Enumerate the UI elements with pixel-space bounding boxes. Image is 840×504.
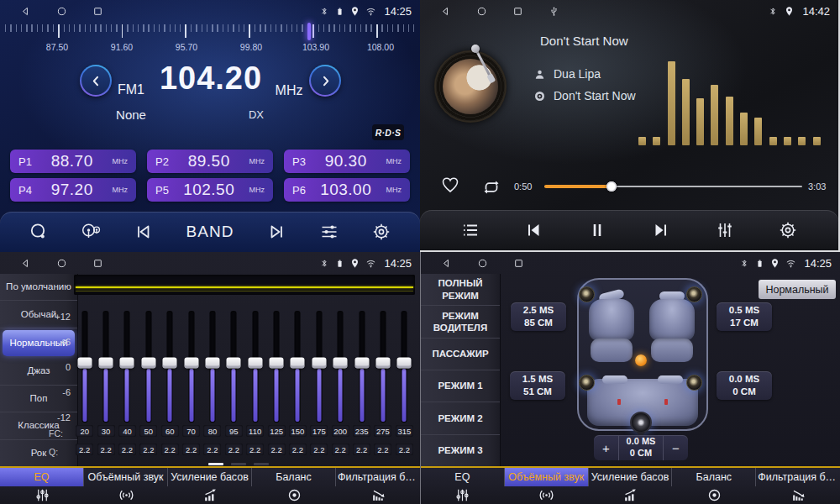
eq-band-slider[interactable] <box>74 304 95 426</box>
back-icon[interactable] <box>20 258 31 269</box>
slider-thumb[interactable] <box>141 357 155 368</box>
playlist-button[interactable] <box>457 217 484 244</box>
slider-thumb[interactable] <box>205 357 219 368</box>
eq-band-slider[interactable] <box>308 304 329 426</box>
seek-bar[interactable] <box>544 183 802 190</box>
tab-filtering[interactable]: Фильтрация ба... <box>336 468 420 504</box>
slider-thumb[interactable] <box>312 357 326 368</box>
slider-thumb[interactable] <box>227 357 241 368</box>
recents-icon[interactable] <box>92 6 103 17</box>
slider-thumb[interactable] <box>333 357 348 368</box>
back-icon[interactable] <box>440 6 451 17</box>
delay-increase-button[interactable]: + <box>594 435 618 460</box>
preset-button-p2[interactable]: P289.50MHz <box>147 150 273 173</box>
eq-vertical-sliders-button[interactable] <box>711 217 738 244</box>
eq-band-slider[interactable] <box>330 304 351 426</box>
rear-right-speaker-icon[interactable] <box>686 375 702 391</box>
next-filled-button[interactable] <box>648 217 675 244</box>
home-icon[interactable] <box>56 6 67 17</box>
listening-mode-item[interactable]: ПОЛНЫЙ РЕЖИМ <box>421 274 500 306</box>
slider-thumb[interactable] <box>184 357 198 368</box>
slider-thumb[interactable] <box>163 357 177 368</box>
recents-icon[interactable] <box>92 258 103 269</box>
eq-band-slider[interactable] <box>138 304 159 426</box>
tab-bass-boost[interactable]: Усиление басов <box>589 468 673 504</box>
listening-mode-item[interactable]: РЕЖИМ 3 <box>421 435 500 466</box>
slider-thumb[interactable] <box>397 357 412 368</box>
ruler-tick <box>270 24 271 32</box>
subwoofer-icon[interactable] <box>630 412 652 433</box>
recents-icon[interactable] <box>512 6 523 17</box>
slider-thumb[interactable] <box>99 357 113 368</box>
listening-mode-item[interactable]: РЕЖИМ 1 <box>421 370 500 402</box>
previous-filled-button[interactable] <box>520 217 547 244</box>
recents-icon[interactable] <box>513 258 524 269</box>
slider-thumb[interactable] <box>270 357 284 368</box>
slider-thumb[interactable] <box>120 357 134 368</box>
eq-band-slider[interactable] <box>95 304 116 426</box>
slider-thumb[interactable] <box>354 357 369 368</box>
radio-stations-button[interactable] <box>77 218 104 245</box>
eq-band-slider[interactable] <box>287 304 308 426</box>
back-icon[interactable] <box>20 6 31 17</box>
slider-thumb[interactable] <box>291 357 305 368</box>
settings-gear-button[interactable] <box>774 217 801 244</box>
frequency-ruler[interactable] <box>5 24 415 43</box>
preset-button-p1[interactable]: P188.70MHz <box>10 150 136 173</box>
pause-button[interactable] <box>584 217 611 244</box>
slider-thumb[interactable] <box>375 357 390 368</box>
previous-button[interactable] <box>129 218 156 245</box>
tab-balance[interactable]: Баланс <box>672 468 756 504</box>
tab-surround-sound[interactable]: Объёмный звук <box>505 468 589 504</box>
eq-band-slider[interactable] <box>372 304 393 426</box>
next-button[interactable] <box>264 218 291 245</box>
tab-surround-sound[interactable]: Объёмный звук <box>84 468 168 504</box>
eq-band-slider[interactable] <box>244 304 265 426</box>
front-right-speaker-icon[interactable] <box>686 286 702 302</box>
profile-button[interactable]: Нормальный <box>759 280 836 299</box>
front-left-speaker-icon[interactable] <box>579 286 595 302</box>
tab-filtering[interactable]: Фильтрация ба... <box>756 468 840 504</box>
eq-preset-item[interactable]: По умолчанию <box>0 274 77 301</box>
preset-button-p6[interactable]: P6103.00MHz <box>284 178 410 202</box>
scan-button[interactable] <box>25 218 52 245</box>
eq-band-slider[interactable] <box>265 304 286 426</box>
favorite-button[interactable] <box>440 175 460 195</box>
settings-gear-button[interactable] <box>368 218 395 245</box>
home-icon[interactable] <box>477 258 488 269</box>
home-icon[interactable] <box>56 258 67 269</box>
preset-button-p4[interactable]: P497.20MHz <box>10 178 136 202</box>
eq-band-slider[interactable] <box>117 304 138 426</box>
listening-mode-item[interactable]: РЕЖИМ ВОДИТЕЛЯ <box>421 306 500 338</box>
preset-button-p5[interactable]: P5102.50MHz <box>147 178 273 202</box>
listening-mode-item[interactable]: РЕЖИМ 2 <box>421 402 500 434</box>
eq-band-slider[interactable] <box>394 304 415 426</box>
eq-band-slider[interactable] <box>202 304 223 426</box>
eq-band-slider[interactable] <box>223 304 244 426</box>
eq-preset-item[interactable]: Рок <box>0 440 77 466</box>
eq-band-slider[interactable] <box>181 304 202 426</box>
tune-up-button[interactable] <box>309 65 341 97</box>
tune-sliders-button[interactable] <box>316 218 343 245</box>
repeat-button[interactable] <box>480 176 502 198</box>
tab-label: EQ <box>421 468 505 486</box>
band-button[interactable]: BAND <box>181 222 239 242</box>
delay-decrease-button[interactable]: − <box>664 435 688 460</box>
tab-balance[interactable]: Баланс <box>252 468 336 504</box>
tab-bass-boost[interactable]: Усиление басов <box>168 468 252 504</box>
tab-eq[interactable]: EQ <box>421 468 505 504</box>
preset-button-p3[interactable]: P390.30MHz <box>284 150 410 173</box>
listening-mode-item[interactable]: ПАССАЖИР <box>421 339 500 370</box>
slider-thumb[interactable] <box>77 357 92 368</box>
seek-fill <box>544 185 612 188</box>
ruler-tick <box>164 24 165 32</box>
home-icon[interactable] <box>476 6 487 17</box>
slider-thumb[interactable] <box>248 357 262 368</box>
back-icon[interactable] <box>441 258 452 269</box>
eq-band-slider[interactable] <box>160 304 181 426</box>
listening-position-marker[interactable] <box>635 354 647 366</box>
seek-thumb[interactable] <box>606 181 617 192</box>
tab-eq[interactable]: EQ <box>0 468 84 504</box>
rear-left-speaker-icon[interactable] <box>579 375 595 391</box>
eq-band-slider[interactable] <box>351 304 372 426</box>
